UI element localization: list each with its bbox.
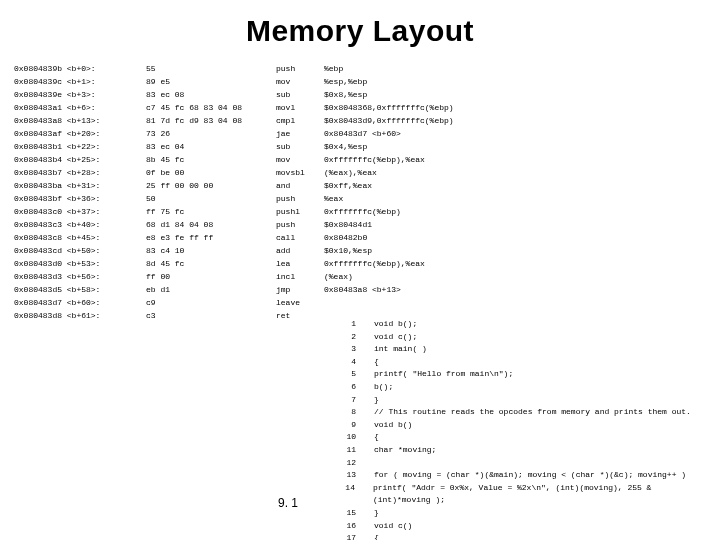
disassembly-listing: 0x0804839b <b+0>:55push%ebp0x0804839c <b… <box>14 62 614 322</box>
asm-row: 0x0804839b <b+0>:55push%ebp <box>14 62 614 75</box>
asm-row: 0x080483c3 <b+40>:68 d1 84 04 08push$0x8… <box>14 218 614 231</box>
code-line: 3int main( ) <box>336 343 710 356</box>
asm-row: 0x080483b7 <b+28>:0f be 00movsbl(%eax),%… <box>14 166 614 179</box>
page-title: Memory Layout <box>0 14 720 48</box>
asm-row: 0x080483c8 <b+45>:e8 e3 fe ff ffcall0x80… <box>14 231 614 244</box>
asm-row: 0x080483bf <b+36>:50push%eax <box>14 192 614 205</box>
asm-row: 0x080483af <b+20>:73 26jae0x80483d7 <b+6… <box>14 127 614 140</box>
asm-row: 0x080483b1 <b+22>:83 ec 04sub$0x4,%esp <box>14 140 614 153</box>
source-code-listing: 1void b();2void c();3int main( )4{5 prin… <box>336 318 710 540</box>
asm-row: 0x080483a8 <b+13>:81 7d fc d9 83 04 08cm… <box>14 114 614 127</box>
page-number: 9. 1 <box>278 496 298 510</box>
code-line: 13 for ( moving = (char *)(&main); movin… <box>336 469 710 482</box>
code-line: 10{ <box>336 431 710 444</box>
code-line: 8// This routine reads the opcodes from … <box>336 406 710 419</box>
code-line: 15} <box>336 507 710 520</box>
code-line: 9void b() <box>336 419 710 432</box>
asm-row: 0x080483d5 <b+58>:eb d1jmp0x80483a8 <b+1… <box>14 283 614 296</box>
asm-row: 0x080483d7 <b+60>:c9leave <box>14 296 614 309</box>
code-line: 14 printf( "Addr = 0x%x, Value = %2x\n",… <box>336 482 710 507</box>
asm-row: 0x080483b4 <b+25>:8b 45 fcmov0xfffffffc(… <box>14 153 614 166</box>
code-line: 5 printf( "Hello from main\n"); <box>336 368 710 381</box>
code-line: 17{ <box>336 532 710 540</box>
asm-row: 0x080483ba <b+31>:25 ff 00 00 00and$0xff… <box>14 179 614 192</box>
asm-row: 0x080483cd <b+50>:83 c4 10add$0x10,%esp <box>14 244 614 257</box>
code-line: 7} <box>336 394 710 407</box>
asm-row: 0x080483c0 <b+37>:ff 75 fcpushl0xfffffff… <box>14 205 614 218</box>
asm-row: 0x0804839e <b+3>:83 ec 08sub$0x8,%esp <box>14 88 614 101</box>
asm-row: 0x080483d3 <b+56>:ff 00incl(%eax) <box>14 270 614 283</box>
code-line: 6 b(); <box>336 381 710 394</box>
code-line: 12 <box>336 457 710 470</box>
code-line: 2void c(); <box>336 331 710 344</box>
code-line: 4{ <box>336 356 710 369</box>
asm-row: 0x080483d0 <b+53>:8d 45 fclea0xfffffffc(… <box>14 257 614 270</box>
code-line: 11 char *moving; <box>336 444 710 457</box>
code-line: 1void b(); <box>336 318 710 331</box>
code-line: 16void c() <box>336 520 710 533</box>
asm-row: 0x080483a1 <b+6>:c7 45 fc 68 83 04 08mov… <box>14 101 614 114</box>
asm-row: 0x0804839c <b+1>:89 e5mov%esp,%ebp <box>14 75 614 88</box>
